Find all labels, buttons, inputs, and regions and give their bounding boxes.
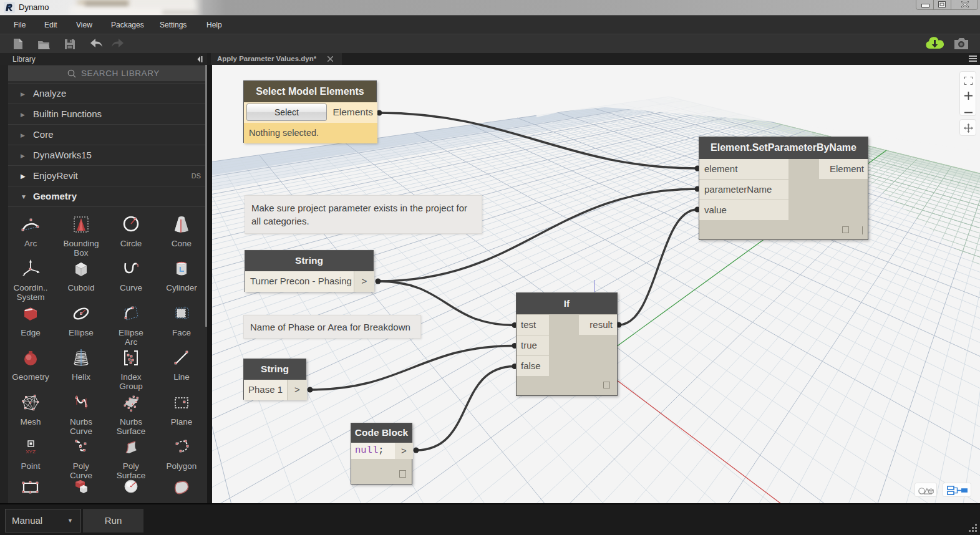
svg-text:XYZ: XYZ	[26, 449, 36, 455]
